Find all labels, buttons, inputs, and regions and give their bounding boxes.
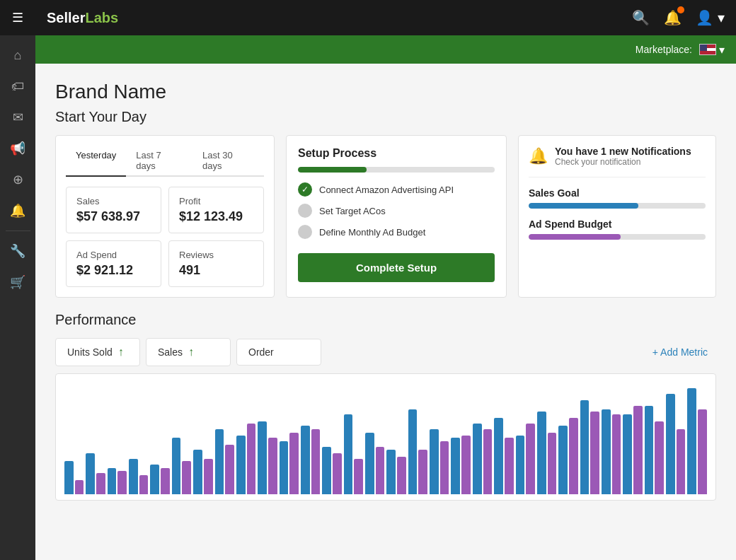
bar-blue (236, 436, 246, 494)
notification-icon[interactable]: 🔔 (664, 9, 682, 26)
bar-blue (645, 406, 654, 494)
bar-purple (161, 468, 170, 494)
bar-purple (633, 406, 643, 494)
bar-purple (505, 438, 514, 494)
sales-goal-bar (529, 203, 706, 209)
notification-row: 🔔 You have 1 new Notifications Check you… (529, 146, 706, 167)
bar-purple (225, 445, 234, 494)
sidebar-item-bell[interactable]: 🔔 (0, 195, 35, 226)
bar-blue (451, 438, 460, 494)
metric-units-sold[interactable]: Units Sold ↑ (55, 338, 140, 366)
menu-icon[interactable]: ☰ (0, 2, 35, 33)
bar-blue (473, 424, 482, 494)
bar-purple (655, 421, 664, 494)
bar-blue (172, 438, 181, 494)
bar-group (666, 394, 685, 494)
sales-metric-label: Sales (158, 346, 183, 358)
bar-purple (333, 453, 342, 494)
bar-group (280, 433, 299, 494)
sidebar-item-megaphone[interactable]: 📢 (0, 133, 35, 164)
notification-subtitle: Check your notification (555, 157, 691, 167)
logo-labs: Labs (85, 10, 118, 25)
bar-group (193, 450, 212, 494)
bar-purple (397, 457, 406, 494)
date-tabs: Yesterday Last 7 days Last 30 days (66, 146, 264, 177)
bar-blue (258, 421, 267, 494)
bar-purple (139, 475, 149, 494)
stat-card-sales: Sales $57 638.97 (66, 187, 161, 233)
bar-group (258, 421, 277, 494)
sidebar-item-email[interactable]: ✉ (0, 102, 35, 133)
bar-blue (408, 409, 418, 494)
bar-group (537, 412, 556, 494)
bar-purple (268, 438, 277, 494)
unchecked-icon-2 (298, 225, 312, 239)
bar-purple (289, 433, 299, 494)
bar-group (64, 461, 84, 494)
setup-title: Setup Process (298, 147, 495, 160)
metric-sales[interactable]: Sales ↑ (146, 338, 231, 366)
notification-text: You have 1 new Notifications Check your … (555, 146, 691, 167)
start-your-day-title: Start Your Day (55, 109, 716, 125)
setup-progress-fill (298, 167, 367, 173)
sidebar-item-tag[interactable]: 🏷 (0, 71, 35, 102)
add-metric-button[interactable]: + Add Metric (644, 341, 716, 363)
setup-panel: Setup Process ✓ Connect Amazon Advertisi… (286, 135, 507, 298)
units-sold-label: Units Sold (67, 346, 113, 358)
unchecked-icon-1 (298, 204, 312, 218)
search-icon[interactable]: 🔍 (632, 9, 650, 26)
stat-value-profit: $12 123.49 (179, 209, 253, 224)
dropdown-arrow: ▾ (719, 43, 725, 57)
bar-purple (548, 433, 557, 494)
logo: SellerLabs (47, 10, 118, 26)
stat-value-reviews: 491 (179, 263, 253, 278)
bar-group (430, 429, 449, 494)
setup-item-2: Set Target ACos (298, 204, 495, 218)
bar-blue (150, 465, 159, 494)
bar-group (86, 453, 105, 494)
bar-group (473, 424, 492, 494)
divider-1 (529, 177, 706, 177)
bar-group (451, 436, 470, 494)
bar-group (322, 447, 341, 494)
stat-label-profit: Profit (179, 196, 253, 206)
complete-setup-button[interactable]: Complete Setup (298, 253, 495, 282)
marketplace-selector[interactable]: ▾ (699, 43, 725, 57)
tab-last30[interactable]: Last 30 days (192, 146, 264, 177)
bell-notif-icon: 🔔 (529, 147, 548, 165)
performance-title: Performance (55, 312, 716, 328)
user-avatar[interactable]: 👤 ▾ (696, 9, 725, 26)
sidebar: ☰ ⌂ 🏷 ✉ 📢 ⊕ 🔔 🔧 🛒 (0, 0, 35, 560)
bar-blue (322, 447, 331, 494)
bar-blue (64, 461, 74, 494)
tab-yesterday[interactable]: Yesterday (66, 146, 126, 177)
bar-purple (96, 473, 105, 494)
sidebar-item-home[interactable]: ⌂ (0, 40, 35, 71)
bar-group (344, 414, 363, 494)
sidebar-item-target[interactable]: ⊕ (0, 164, 35, 195)
setup-item-label-3: Define Monthly Ad Budget (319, 227, 425, 238)
metric-order[interactable]: Order (236, 339, 321, 366)
sales-goal-section: Sales Goal (529, 187, 706, 209)
sidebar-item-tool[interactable]: 🔧 (0, 235, 35, 267)
chart-container (55, 373, 716, 501)
bar-purple (461, 436, 471, 494)
bar-group (108, 468, 127, 494)
bar-blue (623, 414, 632, 494)
marketplace-label: Marketplace: (636, 44, 692, 55)
sidebar-item-cart[interactable]: 🛒 (0, 267, 35, 298)
tab-last7[interactable]: Last 7 days (126, 146, 192, 177)
bar-group (516, 424, 535, 494)
bar-blue (193, 450, 202, 494)
bar-group (580, 400, 599, 494)
bar-group (301, 426, 320, 494)
stat-label-sales: Sales (76, 196, 151, 206)
topnav: SellerLabs 🔍 🔔 👤 ▾ (35, 0, 736, 35)
setup-item-label-1: Connect Amazon Advertising API (319, 185, 454, 195)
bar-purple (698, 409, 707, 494)
bar-blue (666, 394, 675, 494)
main-wrapper: SellerLabs 🔍 🔔 👤 ▾ Marketplace: ▾ Brand … (35, 0, 736, 560)
bar-purple (440, 441, 449, 494)
bar-group (215, 429, 234, 494)
bar-purple (590, 412, 599, 494)
